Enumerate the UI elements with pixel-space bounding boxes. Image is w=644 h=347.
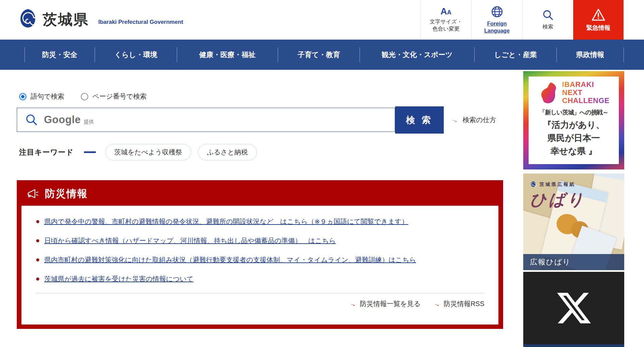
radio-page-number-search-label[interactable]: ページ番号で検索	[92, 92, 146, 101]
disaster-info-title: 防災情報	[45, 187, 88, 201]
font-size-label: 文字サイズ・色合い変更	[430, 18, 462, 33]
disaster-link-list: 県内で発令中の警報、市町村の避難情報の発令状況、避難所の開設状況など はこちら（…	[36, 216, 484, 284]
disaster-link-past-disasters[interactable]: 茨城県が過去に被害を受けた災害の情報について	[44, 275, 194, 283]
banner-ibaraki-next-challenge[interactable]: IBARAKI NEXT CHALLENGE 「新しい茨城」への挑戦～ 『活力が…	[523, 71, 624, 169]
nav-item-bousai-anzen[interactable]: 防災・安全	[25, 40, 95, 70]
warning-triangle-icon	[591, 8, 606, 22]
font-size-button[interactable]: AA 文字サイズ・色合い変更	[420, 0, 471, 40]
search-mode-radios: 語句で検索 ページ番号で検索	[19, 92, 147, 101]
disaster-info-section: 防災情報 県内で発令中の警報、市町村の避難情報の発令状況、避難所の開設状況など …	[17, 180, 503, 329]
radio-page-number-search[interactable]	[81, 93, 88, 100]
disaster-rss-link[interactable]: → 防災情報RSS	[434, 299, 484, 308]
nav-item-kanko-bunka-sports[interactable]: 観光・文化・スポーツ	[360, 40, 474, 70]
keyword-tag-harvest-festival[interactable]: 茨城をたべよう収穫祭	[105, 144, 191, 160]
featured-keywords-label: 注目キーワード	[19, 147, 74, 157]
header: 茨城県 Ibaraki Prefectural Government AA 文字…	[0, 0, 644, 40]
disaster-link-preparation[interactable]: 日頃から確認すべき情報（ハザードマップ、河川情報、持ち出し品や備蓄品の準備） は…	[44, 237, 336, 244]
disaster-link-municipal-measures[interactable]: 県内市町村の避難対策強化に向けた取組み状況（避難行動要支援者の支援体制、マイ・タ…	[44, 256, 416, 263]
featured-keywords: 注目キーワード 茨城をたべよう収穫祭 ふるさと納税	[19, 144, 264, 160]
nav-item-kensei-joho[interactable]: 県政情報	[557, 40, 624, 70]
radio-keyword-search[interactable]	[19, 93, 26, 100]
arrow-right-icon: →	[349, 299, 358, 309]
ibaraki-rose-logo-icon	[530, 181, 537, 188]
nav-item-kosodate-kyoiku[interactable]: 子育て・教育	[278, 40, 360, 70]
nav-divider	[624, 47, 624, 62]
challenge-subtitle: 「新しい茨城」への挑戦～	[532, 108, 615, 116]
text-size-icon: AA	[440, 7, 451, 16]
challenge-title: IBARAKI NEXT CHALLENGE	[562, 81, 609, 104]
globe-icon	[491, 5, 503, 18]
list-item: 県内で発令中の警報、市町村の避難情報の発令状況、避難所の開設状況など はこちら（…	[36, 216, 484, 227]
header-utilities: AA 文字サイズ・色合い変更 ForeignLanguage 検索	[420, 0, 624, 40]
arrow-right-icon: →	[433, 299, 441, 309]
disaster-list-link-label: 防災情報一覧を見る	[360, 299, 421, 308]
nav-item-kenko-iryo-fukushi[interactable]: 健康・医療・福祉	[177, 40, 278, 70]
list-item: 県内市町村の避難対策強化に向けた取組み状況（避難行動要支援者の支援体制、マイ・タ…	[36, 255, 484, 265]
site-name: 茨城県	[43, 10, 89, 30]
megaphone-icon	[27, 188, 39, 200]
next-banner-edge	[523, 344, 624, 347]
search-input-magnifier-icon	[25, 113, 38, 126]
disaster-list-link[interactable]: → 防災情報一覧を見る	[350, 299, 421, 308]
radio-keyword-search-label[interactable]: 語句で検索	[31, 92, 64, 101]
header-search-label: 検索	[543, 23, 553, 31]
foreign-language-label: ForeignLanguage	[484, 20, 510, 35]
hibari-publisher: 茨城県広報紙	[539, 182, 576, 188]
ibaraki-map-icon	[538, 82, 559, 104]
disaster-rss-link-label: 防災情報RSS	[444, 299, 484, 308]
disaster-info-header: 防災情報	[17, 180, 503, 206]
hibari-caption: 広報ひばり	[530, 257, 571, 267]
challenge-quote: 『活力があり、 県民が日本一 幸せな県 』	[532, 118, 615, 158]
ibaraki-rose-logo-icon	[18, 8, 37, 32]
disaster-link-alerts[interactable]: 県内で発令中の警報、市町村の避難情報の発令状況、避難所の開設状況など はこちら（…	[44, 218, 408, 225]
list-item: 日頃から確認すべき情報（ハザードマップ、河川情報、持ち出し品や備蓄品の準備） は…	[36, 236, 484, 246]
hibari-logo: 茨城県広報紙 ひばり	[530, 181, 585, 210]
emergency-info-label: 緊急情報	[586, 24, 610, 32]
hibari-title: ひばり	[530, 189, 585, 210]
search-help-link[interactable]: → 検索の仕方	[452, 115, 496, 125]
nav-item-kurashi-kankyo[interactable]: くらし・環境	[95, 40, 177, 70]
keyword-tag-furusato-nozei[interactable]: ふるさと納税	[198, 144, 257, 160]
site-logo[interactable]: 茨城県 Ibaraki Prefectural Government	[18, 0, 183, 40]
global-nav: 防災・安全 くらし・環境 健康・医療・福祉 子育て・教育 観光・文化・スポーツ …	[0, 40, 644, 70]
search-placeholder-suffix: 提供	[84, 119, 94, 125]
disaster-footer-links: → 防災情報一覧を見る → 防災情報RSS	[36, 293, 484, 308]
banner-inner: IBARAKI NEXT CHALLENGE 「新しい茨城」への挑戦～ 『活力が…	[529, 77, 619, 164]
search-submit-button[interactable]: 検 索	[395, 106, 444, 134]
banner-hibari-newsletter[interactable]: 茨城県広報紙 ひばり 広報ひばり	[523, 174, 624, 270]
nav-item-shigoto-sangyo[interactable]: しごと・産業	[475, 40, 556, 70]
search-icon	[542, 9, 554, 21]
search-help-label: 検索の仕方	[463, 115, 496, 125]
arrow-right-icon: →	[450, 115, 460, 125]
banner-x-social[interactable]	[523, 272, 624, 344]
keyword-dash	[84, 151, 96, 153]
site-subtitle: Ibaraki Prefectural Government	[98, 19, 183, 26]
disaster-info-panel: 県内で発令中の警報、市町村の避難情報の発令状況、避難所の開設状況など はこちら（…	[21, 206, 498, 325]
list-item: 茨城県が過去に被害を受けた災害の情報について	[36, 274, 484, 284]
emergency-info-button[interactable]: 緊急情報	[573, 0, 624, 40]
hibari-caption-bar: 広報ひばり	[523, 254, 624, 270]
search-input[interactable]: Google 提供	[17, 108, 395, 132]
foreign-language-button[interactable]: ForeignLanguage	[471, 0, 522, 40]
search-placeholder-brand: Google	[44, 114, 81, 126]
header-search-button[interactable]: 検索	[522, 0, 573, 40]
x-logo-icon	[555, 289, 593, 327]
